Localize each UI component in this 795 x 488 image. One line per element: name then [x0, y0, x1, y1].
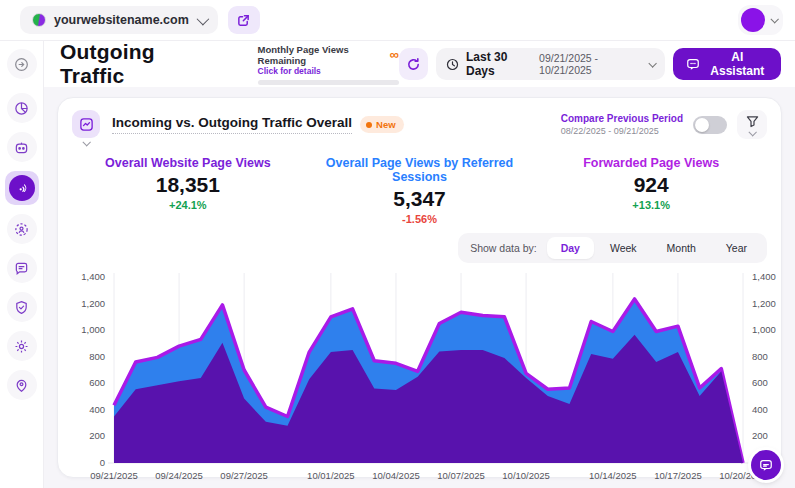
svg-text:10/04/2025: 10/04/2025 [372, 470, 420, 481]
avatar [741, 8, 765, 32]
topbar: yourwebsitename.com [0, 0, 795, 40]
stat-value: 924 [535, 173, 767, 197]
stat-referred-sessions-page-views: Overall Page Views by Referred Sessions … [304, 156, 536, 225]
quota-progress-bar [258, 80, 399, 85]
svg-text:1,000: 1,000 [752, 324, 776, 335]
website-name: yourwebsitename.com [54, 13, 189, 27]
sidebar-item-audience[interactable] [7, 214, 37, 244]
stat-forwarded-page-views: Forwarded Page Views 924 +13.1% [535, 156, 767, 225]
ai-chat-icon [686, 57, 700, 71]
clock-icon [446, 58, 459, 71]
date-range-value: 09/21/2025 - 10/21/2025 [539, 52, 642, 76]
svg-text:10/01/2025: 10/01/2025 [307, 470, 355, 481]
new-badge-label: New [376, 119, 396, 130]
collapse-panel-icon [14, 57, 29, 72]
external-link-icon [237, 14, 250, 27]
new-badge: New [360, 116, 404, 133]
chat-support-button[interactable] [751, 450, 781, 480]
compare-range: 08/22/2025 - 09/21/2025 [561, 126, 683, 136]
analytics-pie-icon [14, 101, 29, 116]
svg-text:10/14/2025: 10/14/2025 [589, 470, 637, 481]
chat-bubble-icon [14, 261, 29, 276]
traffic-area-chart: 002002004004006006008008001,0001,0001,20… [72, 267, 767, 488]
card-title: Incoming vs. Outgoing Traffic Overall [112, 115, 352, 134]
chat-bubble-icon [759, 458, 773, 472]
stat-delta: +13.1% [535, 199, 767, 211]
date-preset: Last 30 Days [466, 50, 532, 78]
infinity-icon: ∞ [389, 51, 398, 59]
chevron-down-icon [770, 15, 778, 23]
svg-text:1,000: 1,000 [81, 324, 105, 335]
stats-row: Overall Website Page Views 18,351 +24.1%… [72, 156, 767, 225]
stat-value: 18,351 [72, 173, 304, 197]
audience-target-icon [14, 222, 29, 237]
sidebar-item-settings[interactable] [7, 331, 37, 361]
svg-text:800: 800 [752, 351, 768, 362]
sidebar-item-profile[interactable] [7, 370, 37, 400]
granularity-month[interactable]: Month [653, 237, 710, 259]
stat-overall-website-page-views: Overall Website Page Views 18,351 +24.1% [72, 156, 304, 225]
stat-value: 5,347 [304, 187, 536, 211]
ai-assistant-button[interactable]: AI Assistant [673, 48, 781, 80]
chevron-down-icon [748, 128, 756, 136]
granularity-year[interactable]: Year [712, 237, 761, 259]
sidebar-item-chat[interactable] [7, 253, 37, 283]
refresh-icon [406, 57, 421, 72]
svg-text:1,400: 1,400 [81, 271, 105, 282]
svg-text:1,200: 1,200 [81, 298, 105, 309]
granularity-label: Show data by: [470, 242, 537, 254]
stat-delta: -1.56% [304, 213, 536, 225]
site-favicon-icon [32, 13, 46, 27]
page-header: Outgoing Traffic Monthly Page Views Rema… [44, 41, 795, 87]
compare-label: Compare Previous Period [561, 113, 683, 124]
sidebar [0, 41, 44, 488]
sidebar-item-security[interactable] [7, 292, 37, 322]
svg-text:0: 0 [100, 457, 105, 468]
granularity-control: Show data by: Day Week Month Year [458, 233, 767, 263]
compare-previous-period: Compare Previous Period 08/22/2025 - 09/… [561, 113, 683, 136]
broadcast-signal-icon [9, 175, 35, 201]
chevron-down-icon[interactable] [82, 138, 90, 146]
chevron-down-icon [196, 12, 209, 25]
bot-icon [14, 140, 29, 155]
shield-check-icon [14, 300, 29, 315]
sidebar-item-bot[interactable] [7, 132, 37, 162]
svg-text:400: 400 [752, 404, 768, 415]
quota-widget: Monthly Page Views Remaining ∞ Click for… [258, 44, 399, 85]
chevron-down-icon [649, 59, 657, 67]
date-range-filter[interactable]: Last 30 Days 09/21/2025 - 10/21/2025 [436, 48, 665, 80]
stat-label: Forwarded Page Views [535, 156, 767, 170]
quota-details-link[interactable]: Click for details [258, 66, 399, 76]
svg-text:10/10/2025: 10/10/2025 [502, 470, 550, 481]
ai-assistant-label: AI Assistant [707, 50, 768, 78]
svg-text:800: 800 [89, 351, 105, 362]
svg-text:09/21/2025: 09/21/2025 [90, 470, 138, 481]
dot-icon [366, 122, 372, 128]
quota-title: Monthly Page Views Remaining [258, 44, 390, 66]
sidebar-item-outgoing-traffic[interactable] [5, 171, 39, 205]
sidebar-item-collapse-panel[interactable] [7, 49, 37, 79]
refresh-button[interactable] [399, 48, 428, 80]
svg-text:09/27/2025: 09/27/2025 [220, 470, 268, 481]
open-site-button[interactable] [228, 6, 260, 34]
stat-label: Overall Page Views by Referred Sessions [304, 156, 536, 184]
svg-text:1,200: 1,200 [752, 298, 776, 309]
compare-toggle[interactable] [693, 116, 727, 134]
widget-chart-icon[interactable] [72, 110, 100, 138]
user-menu[interactable] [738, 5, 783, 35]
traffic-overview-card: Incoming vs. Outgoing Traffic Overall Ne… [57, 97, 782, 478]
granularity-week[interactable]: Week [596, 237, 651, 259]
granularity-day[interactable]: Day [547, 237, 594, 259]
sidebar-item-analytics[interactable] [7, 93, 37, 123]
svg-text:400: 400 [89, 404, 105, 415]
gear-icon [14, 339, 29, 354]
page-title: Outgoing Traffic [60, 40, 214, 88]
svg-text:600: 600 [752, 377, 768, 388]
main-content: Incoming vs. Outgoing Traffic Overall Ne… [44, 87, 795, 488]
filter-button[interactable] [737, 110, 767, 139]
svg-text:09/24/2025: 09/24/2025 [155, 470, 203, 481]
website-selector[interactable]: yourwebsitename.com [20, 6, 218, 34]
svg-text:200: 200 [752, 430, 768, 441]
stat-delta: +24.1% [72, 199, 304, 211]
svg-text:600: 600 [89, 377, 105, 388]
